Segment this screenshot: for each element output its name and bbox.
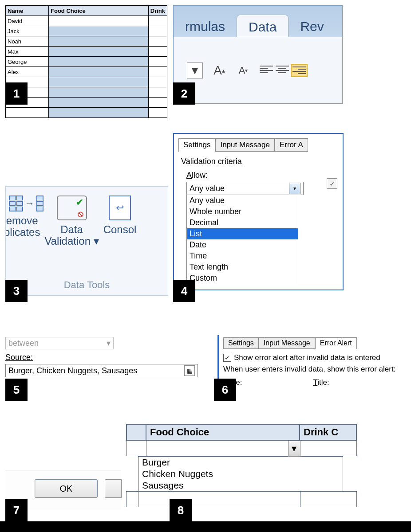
cell-drink[interactable] xyxy=(148,26,167,36)
step-badge-6: 6 xyxy=(214,379,236,401)
cell-name[interactable]: David xyxy=(6,16,49,26)
remove-label: emove xyxy=(6,215,38,227)
consolidate-button[interactable]: Consol xyxy=(103,196,137,235)
remove-duplicates-button[interactable]: → emoveplicates xyxy=(5,196,40,239)
dropdown-arrow-icon[interactable]: ▾ xyxy=(94,235,99,247)
names-table[interactable]: Name Food Choice Drink David Jack Noah M… xyxy=(5,5,167,118)
cell-drink[interactable] xyxy=(148,87,167,98)
allow-option[interactable]: Any value xyxy=(187,195,298,206)
tab-settings[interactable]: Settings xyxy=(223,337,259,349)
cell-dropdown-icon[interactable]: ▾ xyxy=(288,441,300,457)
cell-drink[interactable] xyxy=(148,108,167,118)
source-input[interactable]: Burger, Chicken Nuggets, Sausages ▦ xyxy=(5,364,198,377)
step-badge-3: 3 xyxy=(5,280,28,302)
cell-name[interactable]: Noah xyxy=(6,36,49,47)
tab-data[interactable]: Data xyxy=(237,15,288,40)
step-badge-4: 4 xyxy=(173,280,195,302)
tab-review[interactable]: Rev xyxy=(288,15,335,40)
cell-food[interactable] xyxy=(49,87,149,98)
cell-drink[interactable] xyxy=(148,16,167,26)
food-option[interactable]: Sausages xyxy=(138,480,343,491)
allow-option[interactable]: Decimal xyxy=(187,217,298,228)
align-right-icon[interactable] xyxy=(292,65,307,76)
cell-name[interactable]: Alex xyxy=(6,67,49,77)
range-picker-icon[interactable]: ▦ xyxy=(184,365,195,376)
cell-food[interactable] xyxy=(49,36,149,47)
increase-font-icon[interactable]: A▴ xyxy=(212,63,227,78)
cell-name[interactable] xyxy=(6,108,49,118)
data-validation-button[interactable]: DataValidation ▾ xyxy=(44,196,99,247)
cell-food[interactable] xyxy=(49,108,149,118)
food-cell-active[interactable]: ▾ xyxy=(146,440,300,456)
tab-error-alert[interactable]: Error Alert xyxy=(315,337,357,349)
result-table[interactable]: Food Choice Drink C ▾ xyxy=(126,424,357,456)
cell-name[interactable]: George xyxy=(6,57,49,67)
decrease-font-icon[interactable]: A▾ xyxy=(236,63,251,78)
col-food[interactable]: Food Choice xyxy=(146,424,300,440)
cell-spacer[interactable] xyxy=(126,440,146,456)
cell-food[interactable] xyxy=(49,47,149,57)
cell-drink[interactable] xyxy=(148,77,167,87)
source-value: Burger, Chicken Nuggets, Sausages xyxy=(8,366,137,376)
allow-option[interactable]: Custom xyxy=(187,273,298,284)
validation-criteria-label: Validation criteria xyxy=(181,157,336,166)
step-badge-8: 8 xyxy=(170,499,192,521)
cell-drink[interactable] xyxy=(148,47,167,57)
step1-spreadsheet: Name Food Choice Drink David Jack Noah M… xyxy=(5,5,167,118)
align-center-icon[interactable] xyxy=(276,65,289,74)
step2-ribbon: rmulas Data Rev ▾ A▴ A▾ xyxy=(173,5,343,104)
cell-food[interactable] xyxy=(49,67,149,77)
allow-option[interactable]: Time xyxy=(187,250,298,262)
food-cell[interactable] xyxy=(138,492,300,507)
cell-food[interactable] xyxy=(49,57,149,67)
cell-name[interactable]: Jack xyxy=(6,26,49,36)
drink-cell[interactable] xyxy=(300,492,357,507)
allow-value: Any value xyxy=(190,184,225,193)
data-validation-icon xyxy=(57,196,87,220)
cell-drink[interactable] xyxy=(148,98,167,108)
align-left-icon[interactable] xyxy=(260,65,273,74)
result-table-below[interactable] xyxy=(126,491,357,507)
food-option[interactable]: Chicken Nuggets xyxy=(138,468,343,480)
col-drink[interactable]: Drink C xyxy=(300,424,356,440)
tab-settings[interactable]: Settings xyxy=(178,138,215,152)
cell-name[interactable]: Max xyxy=(6,47,49,57)
show-error-checkbox[interactable]: ✓ Show error alert after invalid data is… xyxy=(223,353,380,362)
cell-food[interactable] xyxy=(49,98,149,108)
col-drink[interactable]: Drink xyxy=(148,6,167,16)
cell-drink[interactable] xyxy=(148,57,167,67)
ignore-blank-checkbox[interactable]: ✓ xyxy=(327,178,337,189)
ok-button[interactable]: OK xyxy=(35,479,98,498)
col-food[interactable]: Food Choice xyxy=(49,6,149,16)
step-badge-1: 1 xyxy=(5,82,28,105)
cell-food[interactable] xyxy=(49,16,149,26)
allow-option[interactable]: Date xyxy=(187,239,298,250)
tab-input-message[interactable]: Input Message xyxy=(259,337,315,349)
cancel-button-partial[interactable] xyxy=(105,479,122,498)
tab-formulas[interactable]: rmulas xyxy=(174,15,237,40)
duplicates-label: plicates xyxy=(5,226,40,238)
food-option[interactable]: Burger xyxy=(138,457,343,468)
ribbon-group-label: Data Tools xyxy=(6,279,168,291)
tutorial-collage: Name Food Choice Drink David Jack Noah M… xyxy=(0,0,411,532)
allow-combobox[interactable]: Any value ▾ xyxy=(186,182,304,195)
allow-option[interactable]: Whole number xyxy=(187,206,298,217)
dropdown-icon[interactable]: ▾ xyxy=(187,63,203,78)
show-error-label: Show error alert after invalid data is e… xyxy=(234,353,380,362)
allow-label: Allow: xyxy=(186,171,336,180)
allow-dropdown-list[interactable]: Any value Whole number Decimal List Date… xyxy=(186,195,298,284)
food-dropdown-list[interactable]: Burger Chicken Nuggets Sausages xyxy=(138,456,343,492)
col-name[interactable]: Name xyxy=(6,6,49,16)
allow-option-selected[interactable]: List xyxy=(187,228,298,239)
cell-food[interactable] xyxy=(49,77,149,87)
between-value: between xyxy=(8,339,39,348)
cell-drink[interactable] xyxy=(148,36,167,47)
cell-spacer[interactable] xyxy=(126,492,138,507)
cell-drink[interactable] xyxy=(148,67,167,77)
tab-error-alert[interactable]: Error A xyxy=(275,138,308,152)
tab-input-message[interactable]: Input Message xyxy=(215,138,275,152)
drink-cell[interactable] xyxy=(300,440,356,456)
allow-option[interactable]: Text length xyxy=(187,262,298,273)
chevron-down-icon[interactable]: ▾ xyxy=(289,183,300,194)
cell-food[interactable] xyxy=(49,26,149,36)
